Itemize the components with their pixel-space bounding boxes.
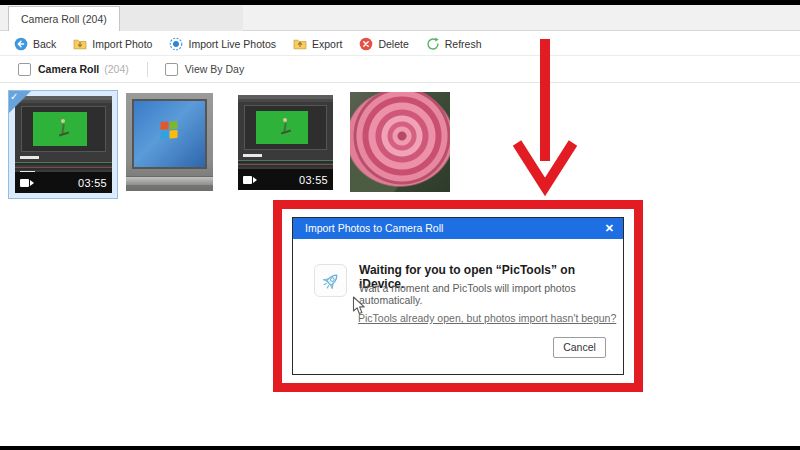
rocket-icon bbox=[314, 264, 347, 297]
editor-toolbar bbox=[238, 99, 333, 102]
editor-scrollbar bbox=[243, 154, 262, 157]
green-screen bbox=[33, 112, 86, 146]
filter-bar: Camera Roll (204) View By Day bbox=[0, 56, 800, 83]
character-head bbox=[283, 118, 287, 122]
back-button[interactable]: Back bbox=[14, 37, 56, 51]
delete-icon bbox=[359, 37, 373, 51]
laptop-screen bbox=[132, 99, 207, 170]
export-label: Export bbox=[312, 38, 342, 50]
thumbnail-photo-4[interactable] bbox=[350, 92, 450, 192]
video-info-bar: 03:55 bbox=[15, 172, 112, 193]
album-label: Camera Roll bbox=[38, 63, 99, 75]
already-open-link[interactable]: PicTools already open, but photos import… bbox=[358, 312, 616, 324]
thumbnail-photo-2[interactable] bbox=[126, 93, 213, 191]
thumbnail-video-1-selected[interactable]: 03:55 ✓ bbox=[8, 90, 118, 199]
refresh-label: Refresh bbox=[445, 38, 482, 50]
video-duration: 03:55 bbox=[299, 174, 328, 186]
dialog-subtext: Wait a moment and PicTools will import p… bbox=[359, 282, 623, 306]
tab-label: Camera Roll (204) bbox=[21, 13, 107, 25]
export-icon bbox=[293, 37, 307, 51]
import-photo-icon bbox=[73, 37, 87, 51]
divider bbox=[147, 62, 148, 77]
check-icon: ✓ bbox=[10, 91, 18, 102]
delete-button[interactable]: Delete bbox=[359, 37, 408, 51]
back-label: Back bbox=[33, 38, 56, 50]
green-screen bbox=[256, 111, 308, 144]
laptop-base bbox=[126, 176, 213, 185]
import-dialog: Import Photos to Camera Roll ✕ Waiting f… bbox=[292, 217, 624, 375]
close-icon[interactable]: ✕ bbox=[605, 218, 614, 239]
video-duration: 03:55 bbox=[78, 177, 107, 189]
tab-camera-roll[interactable]: Camera Roll (204) bbox=[8, 6, 120, 31]
video-camera-icon bbox=[243, 176, 257, 184]
import-live-photos-button[interactable]: Import Live Photos bbox=[169, 37, 276, 51]
refresh-icon bbox=[426, 37, 440, 51]
refresh-button[interactable]: Refresh bbox=[426, 37, 482, 51]
timeline-track-2 bbox=[238, 164, 333, 167]
video-info-bar: 03:55 bbox=[238, 169, 333, 190]
delete-label: Delete bbox=[378, 38, 408, 50]
mouse-cursor bbox=[352, 296, 366, 316]
album-count: (204) bbox=[104, 63, 129, 75]
timeline-track-2 bbox=[15, 167, 112, 170]
view-by-day-checkbox[interactable] bbox=[165, 63, 178, 76]
toolbar: Back Import Photo Import Live Photos bbox=[0, 32, 800, 56]
export-button[interactable]: Export bbox=[293, 37, 342, 51]
camera-roll-checkbox[interactable] bbox=[18, 63, 31, 76]
tab-strip: Camera Roll (204) bbox=[0, 5, 800, 31]
timeline-track-1 bbox=[238, 160, 333, 163]
windows-logo-icon bbox=[161, 121, 178, 139]
cancel-button[interactable]: Cancel bbox=[553, 337, 606, 358]
dialog-title: Import Photos to Camera Roll bbox=[305, 222, 443, 234]
import-live-photos-icon bbox=[169, 37, 183, 51]
import-photo-label: Import Photo bbox=[92, 38, 152, 50]
editor-preview bbox=[244, 105, 328, 151]
view-by-day-label: View By Day bbox=[185, 63, 244, 75]
dialog-titlebar[interactable]: Import Photos to Camera Roll bbox=[293, 218, 623, 239]
video-camera-icon bbox=[20, 179, 34, 187]
timeline-track-1 bbox=[15, 162, 112, 165]
editor-scrollbar bbox=[20, 156, 39, 159]
thumbnail-video-3[interactable]: 03:55 bbox=[238, 95, 333, 190]
annotation-arrow-down bbox=[505, 31, 585, 199]
back-icon bbox=[14, 37, 28, 51]
import-live-photos-label: Import Live Photos bbox=[188, 38, 276, 50]
editor-preview bbox=[21, 106, 106, 153]
import-photo-button[interactable]: Import Photo bbox=[73, 37, 152, 51]
